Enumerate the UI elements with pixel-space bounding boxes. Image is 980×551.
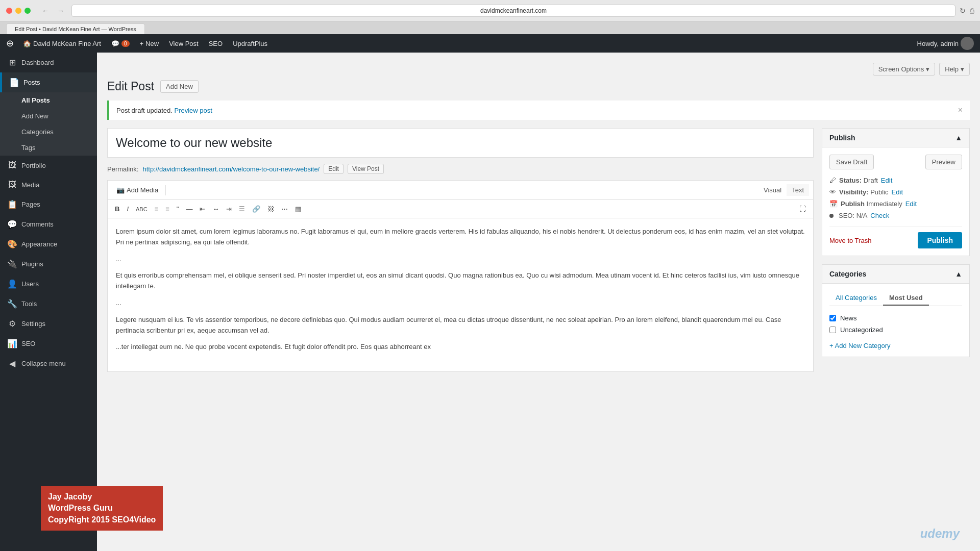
preview-button[interactable]: Preview bbox=[925, 155, 962, 169]
admin-bar-site[interactable]: 🏠 David McKean Fine Art bbox=[18, 34, 106, 53]
sidebar-item-portfolio[interactable]: 🖼 Portfolio bbox=[0, 156, 97, 175]
content-paragraph-4: ...ter intellegat eum ne. Ne quo probe v… bbox=[116, 342, 805, 353]
blockquote-button[interactable]: " bbox=[174, 203, 182, 215]
sidebar-item-plugins[interactable]: 🔌 Plugins bbox=[0, 254, 97, 274]
admin-bar-view-post[interactable]: View Post bbox=[164, 34, 204, 53]
editor-toolbar: 📷 Add Media Visual Text bbox=[108, 181, 813, 200]
wp-layout: ⊞ Dashboard 📄 Posts All Posts Add New Ca… bbox=[0, 53, 980, 551]
screen-options-button[interactable]: Screen Options ▾ bbox=[873, 63, 936, 76]
ordered-list-button[interactable]: ≡ bbox=[162, 203, 173, 215]
publish-button[interactable]: Publish bbox=[918, 232, 962, 248]
media-icon: 🖼 bbox=[7, 180, 17, 189]
forward-button[interactable]: → bbox=[54, 6, 67, 16]
align-justify-button[interactable]: ☰ bbox=[236, 203, 248, 215]
notification-close-icon[interactable]: × bbox=[958, 106, 963, 115]
category-news: News bbox=[829, 312, 962, 324]
sidebar-item-tools[interactable]: 🔧 Tools bbox=[0, 294, 97, 314]
preview-post-link[interactable]: Preview post bbox=[174, 107, 212, 114]
toolbar-separator bbox=[165, 185, 166, 195]
chevron-down-icon: ▾ bbox=[961, 65, 964, 73]
horizontal-rule-button[interactable]: — bbox=[183, 203, 195, 215]
browser-actions: ↻ ⎙ bbox=[960, 7, 974, 15]
sidebar-item-posts[interactable]: 📄 Posts bbox=[0, 72, 97, 92]
publish-time-edit-link[interactable]: Edit bbox=[905, 200, 917, 208]
sidebar-submenu-all-posts[interactable]: All Posts bbox=[0, 92, 97, 108]
text-tab[interactable]: Text bbox=[787, 184, 809, 196]
wp-logo-icon[interactable]: ⊕ bbox=[6, 38, 14, 49]
sidebar-submenu-tags[interactable]: Tags bbox=[0, 140, 97, 156]
fullscreen-button[interactable]: ⛶ bbox=[796, 203, 809, 215]
pages-icon: 📋 bbox=[7, 199, 17, 209]
back-button[interactable]: ← bbox=[39, 6, 52, 16]
share-icon[interactable]: ⎙ bbox=[970, 7, 974, 15]
add-new-button[interactable]: Add New bbox=[160, 80, 199, 93]
sidebar-item-settings[interactable]: ⚙ Settings bbox=[0, 314, 97, 334]
sidebar-item-comments[interactable]: 💬 Comments bbox=[0, 214, 97, 234]
category-uncategorized-checkbox[interactable] bbox=[829, 327, 836, 333]
publish-panel-header[interactable]: Publish ▲ bbox=[822, 129, 969, 147]
wp-main: Screen Options ▾ Help ▾ Edit Post Add Ne… bbox=[97, 53, 980, 551]
save-draft-button[interactable]: Save Draft bbox=[829, 155, 874, 169]
minimize-dot[interactable] bbox=[15, 8, 21, 14]
sidebar-submenu-categories[interactable]: Categories bbox=[0, 124, 97, 140]
sidebar-item-collapse[interactable]: ◀ Collapse menu bbox=[0, 354, 97, 373]
comments-icon: 💬 bbox=[111, 40, 119, 47]
admin-bar-new[interactable]: + New bbox=[135, 34, 164, 53]
category-news-checkbox[interactable] bbox=[829, 315, 836, 321]
content-ellipsis-1: ... bbox=[116, 254, 805, 265]
admin-bar-comments[interactable]: 💬 0 bbox=[106, 34, 135, 53]
italic-button[interactable]: I bbox=[124, 203, 132, 215]
editor-content[interactable]: Lorem ipsum dolor sit amet, cum lorem le… bbox=[108, 218, 813, 371]
view-post-button[interactable]: View Post bbox=[348, 164, 384, 174]
unlink-button[interactable]: ⛓ bbox=[264, 203, 277, 215]
seo-icon: 📊 bbox=[7, 339, 17, 348]
sidebar-item-seo[interactable]: 📊 SEO bbox=[0, 334, 97, 354]
all-categories-tab[interactable]: All Categories bbox=[829, 291, 883, 306]
visibility-edit-link[interactable]: Edit bbox=[892, 188, 903, 196]
wp-admin-bar: ⊕ 🏠 David McKean Fine Art 💬 0 + New View… bbox=[0, 34, 980, 53]
admin-bar-seo[interactable]: SEO bbox=[204, 34, 228, 53]
permalink-edit-button[interactable]: Edit bbox=[324, 164, 344, 174]
bold-button[interactable]: B bbox=[112, 203, 122, 215]
link-button[interactable]: 🔗 bbox=[249, 203, 263, 215]
align-right-button[interactable]: ⇥ bbox=[223, 203, 235, 215]
add-media-button[interactable]: 📷 Add Media bbox=[112, 184, 163, 196]
align-center-button[interactable]: ↔ bbox=[209, 203, 222, 215]
posts-icon: 📄 bbox=[9, 78, 19, 87]
seo-check-link[interactable]: Check bbox=[870, 212, 889, 219]
refresh-icon[interactable]: ↻ bbox=[960, 7, 966, 15]
more-button[interactable]: ⋯ bbox=[278, 203, 291, 215]
permalink-label: Permalink: bbox=[107, 165, 138, 173]
visual-tab[interactable]: Visual bbox=[758, 184, 787, 196]
add-new-category-link[interactable]: + Add New Category bbox=[829, 342, 962, 349]
table-button[interactable]: ▦ bbox=[292, 203, 304, 215]
sidebar-submenu-add-new[interactable]: Add New bbox=[0, 108, 97, 124]
admin-bar-updraft[interactable]: UpdraftPlus bbox=[228, 34, 273, 53]
align-left-button[interactable]: ⇤ bbox=[197, 203, 208, 215]
active-tab[interactable]: Edit Post • David McKean Fine Art — Word… bbox=[6, 23, 145, 34]
sidebar-item-dashboard[interactable]: ⊞ Dashboard bbox=[0, 53, 97, 72]
comments-icon: 💬 bbox=[7, 219, 17, 229]
strikethrough-button[interactable]: ABC bbox=[133, 204, 151, 214]
publish-actions: Save Draft Preview bbox=[829, 155, 962, 169]
move-to-trash-link[interactable]: Move to Trash bbox=[829, 237, 871, 244]
status-edit-link[interactable]: Edit bbox=[881, 177, 892, 184]
maximize-dot[interactable] bbox=[24, 8, 31, 14]
sidebar-item-pages[interactable]: 📋 Pages bbox=[0, 194, 97, 214]
post-title-input[interactable] bbox=[116, 136, 805, 150]
sidebar-item-appearance[interactable]: 🎨 Appearance bbox=[0, 234, 97, 254]
most-used-tab[interactable]: Most Used bbox=[883, 291, 929, 306]
sidebar-item-media[interactable]: 🖼 Media bbox=[0, 175, 97, 194]
home-icon: 🏠 bbox=[23, 40, 31, 47]
sidebar-item-users[interactable]: 👤 Users bbox=[0, 274, 97, 294]
browser-nav: ← → bbox=[39, 6, 67, 16]
categories-panel-header[interactable]: Categories ▲ bbox=[822, 265, 969, 284]
visibility-icon: 👁 bbox=[829, 188, 836, 196]
help-button[interactable]: Help ▾ bbox=[939, 63, 970, 76]
close-dot[interactable] bbox=[6, 8, 12, 14]
url-bar[interactable]: davidmckeanfineart.com bbox=[71, 5, 955, 17]
plugins-icon: 🔌 bbox=[7, 259, 17, 269]
appearance-icon: 🎨 bbox=[7, 239, 17, 249]
unordered-list-button[interactable]: ≡ bbox=[152, 203, 162, 215]
admin-bar-user[interactable]: Howdy, admin bbox=[917, 37, 974, 50]
